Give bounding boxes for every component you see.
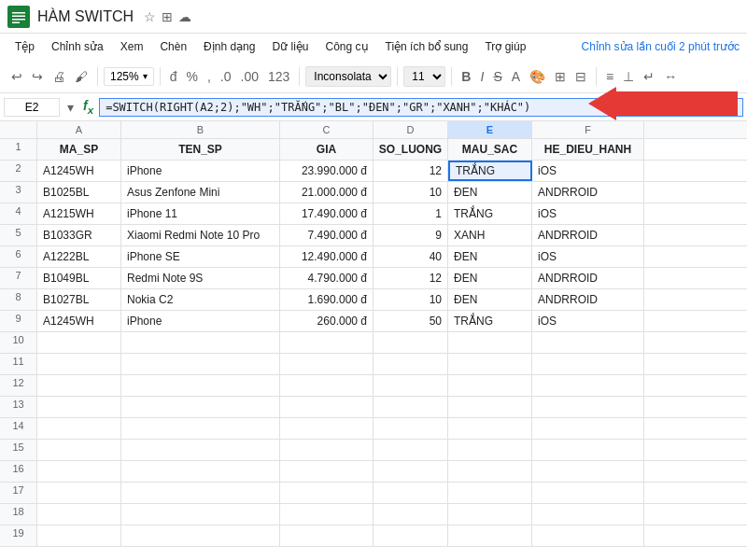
cell-c2[interactable]: 23.990.000 đ — [280, 161, 374, 181]
menu-dinhDang[interactable]: Định dạng — [196, 38, 262, 55]
dec-more-btn[interactable]: .00 — [237, 67, 262, 86]
cell-a16[interactable] — [37, 461, 121, 482]
cell-e19[interactable] — [448, 525, 532, 546]
cell-a15[interactable] — [37, 440, 121, 460]
italic-button[interactable]: I — [476, 67, 487, 86]
cloud-icon[interactable]: ☁ — [178, 9, 191, 24]
col-header-a[interactable]: A — [37, 121, 121, 138]
cell-d19[interactable] — [374, 525, 448, 546]
cell-e8[interactable]: ĐEN — [448, 289, 532, 310]
cell-a17[interactable] — [37, 483, 121, 503]
cell-e6[interactable]: ĐEN — [448, 246, 532, 267]
cell-f16[interactable] — [532, 461, 644, 482]
cell-f5[interactable]: ANDRROID — [532, 225, 644, 245]
menu-xem[interactable]: Xem — [113, 38, 151, 55]
cell-f8[interactable]: ANDRROID — [532, 289, 644, 310]
merge-button[interactable]: ⊟ — [571, 67, 590, 86]
bold-button[interactable]: B — [458, 67, 474, 86]
cell-d18[interactable] — [374, 504, 448, 525]
cell-f14[interactable] — [532, 418, 644, 439]
cell-c5[interactable]: 7.490.000 đ — [280, 225, 374, 245]
cell-b15[interactable] — [121, 440, 280, 460]
menu-chen[interactable]: Chèn — [152, 38, 194, 55]
cell-a14[interactable] — [37, 418, 121, 439]
cell-c17[interactable] — [280, 483, 374, 503]
menu-chinhsua[interactable]: Chỉnh sửa — [44, 38, 111, 55]
menu-troGiup[interactable]: Trợ giúp — [477, 38, 533, 55]
menu-congCu[interactable]: Công cụ — [317, 38, 375, 55]
rtl-button[interactable]: ↔ — [660, 67, 681, 86]
cell-b16[interactable] — [121, 461, 280, 482]
cell-a13[interactable] — [37, 397, 121, 417]
cell-a19[interactable] — [37, 525, 121, 546]
cell-b5[interactable]: Xiaomi Redmi Note 10 Pro — [121, 225, 280, 245]
paint-button[interactable]: 🖌 — [71, 67, 92, 86]
cell-c16[interactable] — [280, 461, 374, 482]
cell-e5[interactable]: XANH — [448, 225, 532, 245]
cell-a5[interactable]: B1033GR — [37, 225, 121, 245]
cell-b4[interactable]: iPhone 11 — [121, 203, 280, 224]
cell-f7[interactable]: ANDRROID — [532, 268, 644, 288]
cell-e11[interactable] — [448, 354, 532, 374]
cell-f15[interactable] — [532, 440, 644, 460]
cell-f3[interactable]: ANDRROID — [532, 182, 644, 203]
cell-a12[interactable] — [37, 375, 121, 396]
format-btn[interactable]: 123 — [264, 67, 293, 86]
cell-c3[interactable]: 21.000.000 đ — [280, 182, 374, 203]
cell-b13[interactable] — [121, 397, 280, 417]
cell-e18[interactable] — [448, 504, 532, 525]
star-icon[interactable]: ☆ — [144, 9, 156, 24]
cell-a7[interactable]: B1049BL — [37, 268, 121, 288]
cell-c15[interactable] — [280, 440, 374, 460]
currency-btn[interactable]: đ — [166, 67, 181, 86]
undo-button[interactable]: ↩ — [7, 67, 26, 86]
grid-icon[interactable]: ⊞ — [162, 9, 173, 24]
cell-b19[interactable] — [121, 525, 280, 546]
cell-f11[interactable] — [532, 354, 644, 374]
percent-btn[interactable]: % — [183, 67, 202, 86]
cell-a10[interactable] — [37, 332, 121, 353]
cell-e9[interactable]: TRẮNG — [448, 311, 532, 331]
cell-f1[interactable]: HE_DIEU_HANH — [532, 139, 644, 160]
col-header-c[interactable]: C — [280, 121, 374, 138]
cell-b1[interactable]: TEN_SP — [121, 139, 280, 160]
cell-f2[interactable]: iOS — [532, 161, 644, 181]
wrap-button[interactable]: ↵ — [640, 67, 658, 86]
cell-b12[interactable] — [121, 375, 280, 396]
cell-c11[interactable] — [280, 354, 374, 374]
cell-c1[interactable]: GIA — [280, 139, 374, 160]
col-header-f[interactable]: F — [532, 121, 644, 138]
cell-a6[interactable]: A1222BL — [37, 246, 121, 267]
cell-e15[interactable] — [448, 440, 532, 460]
cell-d1[interactable]: SO_LUONG — [374, 139, 448, 160]
cell-e2[interactable]: TRẮNG — [448, 161, 532, 181]
cell-c12[interactable] — [280, 375, 374, 396]
cell-e17[interactable] — [448, 483, 532, 503]
cell-e14[interactable] — [448, 418, 532, 439]
cell-d4[interactable]: 1 — [374, 203, 448, 224]
cell-c8[interactable]: 1.690.000 đ — [280, 289, 374, 310]
cell-d14[interactable] — [374, 418, 448, 439]
cell-d15[interactable] — [374, 440, 448, 460]
cell-f10[interactable] — [532, 332, 644, 353]
cell-f12[interactable] — [532, 375, 644, 396]
menu-tep[interactable]: Tệp — [7, 38, 42, 55]
cell-d17[interactable] — [374, 483, 448, 503]
formula-input-area[interactable]: =SWITCH(RIGHT(A2;2);"WH";"TRẮNG";"BL";"Đ… — [99, 98, 743, 117]
cell-d11[interactable] — [374, 354, 448, 374]
print-button[interactable]: 🖨 — [49, 67, 69, 86]
font-selector[interactable]: Inconsolata — [305, 66, 391, 87]
cell-a11[interactable] — [37, 354, 121, 374]
cell-d8[interactable]: 10 — [374, 289, 448, 310]
cell-d13[interactable] — [374, 397, 448, 417]
cell-c7[interactable]: 4.790.000 đ — [280, 268, 374, 288]
cell-reference[interactable] — [4, 98, 60, 117]
cell-b6[interactable]: iPhone SE — [121, 246, 280, 267]
cell-a18[interactable] — [37, 504, 121, 525]
align-left-button[interactable]: ≡ — [602, 67, 617, 86]
cell-d3[interactable]: 10 — [374, 182, 448, 203]
cell-b10[interactable] — [121, 332, 280, 353]
col-header-d[interactable]: D — [374, 121, 448, 138]
last-edit-link[interactable]: Chỉnh sửa lần cuối 2 phút trước — [582, 40, 740, 53]
cell-a4[interactable]: A1215WH — [37, 203, 121, 224]
